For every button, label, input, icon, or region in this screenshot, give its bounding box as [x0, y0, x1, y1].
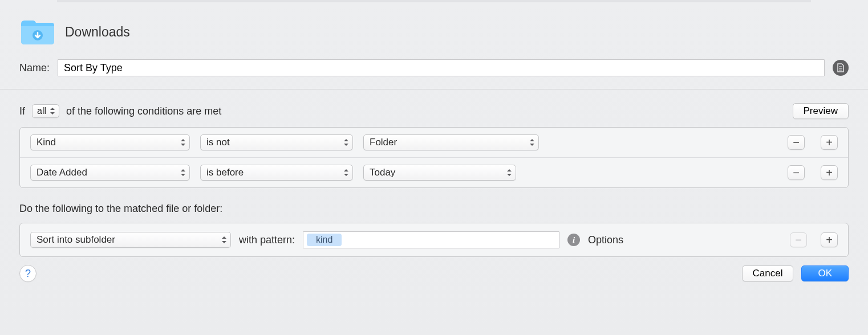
- add-condition-button[interactable]: +: [821, 165, 838, 180]
- operator-value: is before: [206, 167, 244, 178]
- stepper-icon: [506, 168, 512, 177]
- pattern-input[interactable]: kind: [303, 231, 559, 248]
- stepper-icon: [221, 235, 227, 244]
- footer: ? Cancel OK: [0, 257, 868, 282]
- if-label: If: [19, 105, 25, 117]
- operator-select[interactable]: is not: [200, 134, 353, 150]
- condition-row: Date Added is before Today − +: [20, 157, 848, 187]
- stepper-icon: [343, 138, 349, 147]
- rule-name-input[interactable]: [58, 59, 825, 76]
- stepper-icon: [180, 168, 186, 177]
- attribute-select[interactable]: Kind: [30, 134, 190, 150]
- folder-title: Downloads: [65, 24, 130, 40]
- header: Downloads: [19, 13, 849, 49]
- document-icon[interactable]: [833, 60, 849, 76]
- conditions-suffix: of the following conditions are met: [66, 105, 221, 117]
- stepper-icon: [343, 168, 349, 177]
- attribute-value: Kind: [36, 137, 56, 148]
- info-icon[interactable]: i: [567, 234, 580, 246]
- stepper-icon: [529, 138, 535, 147]
- conditions-header: If all of the following conditions are m…: [19, 103, 849, 119]
- action-value: Sort into subfolder: [36, 234, 115, 246]
- actions-card: Sort into subfolder with pattern: kind i…: [19, 223, 849, 257]
- cancel-button[interactable]: Cancel: [742, 265, 794, 281]
- value-value: Today: [370, 167, 395, 178]
- remove-action-button: −: [790, 232, 807, 247]
- quantifier-value: all: [37, 106, 46, 116]
- downloads-folder-icon: [19, 18, 55, 46]
- add-action-button[interactable]: +: [821, 232, 838, 247]
- action-row: Sort into subfolder with pattern: kind i…: [20, 223, 848, 256]
- name-row: Name:: [19, 59, 849, 76]
- operator-select[interactable]: is before: [200, 165, 353, 181]
- ok-button[interactable]: OK: [801, 265, 849, 281]
- attribute-value: Date Added: [36, 167, 87, 178]
- remove-condition-button[interactable]: −: [788, 135, 805, 150]
- quantifier-select[interactable]: all: [32, 104, 59, 118]
- add-condition-button[interactable]: +: [821, 135, 838, 150]
- rule-editor-panel: Downloads Name: If all of the following …: [0, 2, 868, 257]
- pattern-label: with pattern:: [239, 234, 295, 246]
- attribute-select[interactable]: Date Added: [30, 165, 190, 181]
- preview-button[interactable]: Preview: [793, 103, 849, 119]
- options-label[interactable]: Options: [588, 234, 623, 246]
- condition-row: Kind is not Folder − +: [20, 128, 848, 157]
- action-select[interactable]: Sort into subfolder: [30, 232, 231, 248]
- value-select[interactable]: Folder: [363, 134, 539, 150]
- pattern-token[interactable]: kind: [307, 234, 342, 246]
- value-select[interactable]: Today: [363, 165, 516, 181]
- operator-value: is not: [206, 137, 230, 148]
- tab-strip: [57, 0, 811, 2]
- conditions-card: Kind is not Folder − + Date Added is bef…: [19, 127, 849, 188]
- help-icon[interactable]: ?: [19, 265, 36, 282]
- remove-condition-button[interactable]: −: [788, 165, 805, 180]
- actions-intro: Do the following to the matched file or …: [19, 203, 849, 215]
- stepper-icon: [180, 138, 186, 147]
- value-value: Folder: [370, 137, 397, 148]
- divider: [0, 89, 868, 89]
- name-label: Name:: [19, 62, 50, 74]
- stepper-icon: [50, 107, 55, 116]
